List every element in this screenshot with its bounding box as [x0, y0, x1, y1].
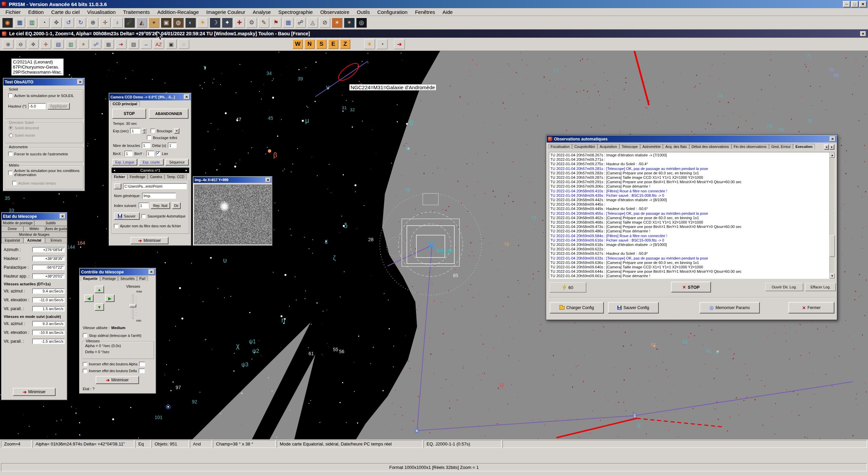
- state-tab-axes-de-guidage[interactable]: Axes de guidage: [45, 226, 67, 232]
- zoom-icon[interactable]: ⊕: [87, 18, 98, 28]
- speed-slider-thumb[interactable]: [130, 304, 136, 307]
- execution-log-box[interactable]: TU 2022-01-04 20h57m08.267s : Image d'it…: [549, 152, 835, 279]
- tabs-scroll-right-icon[interactable]: ►: [829, 144, 834, 150]
- spectro-icon[interactable]: ◐: [185, 18, 196, 28]
- east-button[interactable]: E: [328, 39, 338, 49]
- exposure-input[interactable]: 1: [130, 128, 140, 134]
- delay-input[interactable]: 1: [168, 142, 177, 148]
- guide-icon[interactable]: ✚: [234, 18, 245, 28]
- menu-item-spectrographie[interactable]: Spectrographie: [275, 9, 316, 15]
- flip-icon[interactable]: ⇔: [141, 39, 152, 49]
- exposure-countdown-button[interactable]: 60: [550, 282, 586, 292]
- menu-item-visualisation[interactable]: Visualisation: [84, 9, 119, 15]
- obs-tab-gest-erreur[interactable]: Gest. Erreur: [769, 144, 793, 149]
- circle-icon[interactable]: ◌: [178, 39, 189, 49]
- state-tab-mod-le-de-pointage[interactable]: Modèle de pointage: [1, 220, 34, 226]
- sun-icon[interactable]: ☀: [197, 18, 208, 28]
- lier-checkbox[interactable]: [156, 151, 160, 156]
- appliquer-button[interactable]: Appliquer: [47, 103, 70, 110]
- sequence-button[interactable]: Séquence: [165, 159, 189, 166]
- invert-delta-checkbox[interactable]: [83, 369, 87, 373]
- undo-icon[interactable]: ↺: [63, 18, 74, 28]
- close-icon[interactable]: ✕: [184, 94, 190, 99]
- hauteur-input[interactable]: -5.0: [28, 103, 46, 109]
- maximize-window-button[interactable]: □: [851, 1, 859, 7]
- obs-tab-focalisation[interactable]: Focalisation: [548, 144, 572, 149]
- state-tab-equatorial[interactable]: Equatorial: [1, 238, 23, 243]
- save-path-field[interactable]: C:\Users\Pa...ents\Prism\: [123, 183, 187, 189]
- menu-item-fen-tres[interactable]: Fenêtres: [412, 9, 438, 15]
- close-dialog-button[interactable]: ✕Fermer: [788, 302, 834, 314]
- flag-icon[interactable]: ⚑: [271, 18, 281, 28]
- obs-tab-d-but-des-observations[interactable]: Début des observations: [689, 144, 731, 149]
- focus-icon[interactable]: ◎: [356, 18, 367, 28]
- compass-icon[interactable]: ✥: [51, 18, 62, 28]
- invert-alpha-field[interactable]: [139, 362, 145, 366]
- filter-wheel-icon[interactable]: ◍: [173, 18, 184, 28]
- realtime-clock-button[interactable]: ◔: [377, 39, 388, 49]
- redo-icon[interactable]: ↻: [75, 18, 86, 28]
- south-button[interactable]: S: [316, 39, 327, 49]
- print-icon[interactable]: ▤: [53, 39, 64, 49]
- tab-fichier[interactable]: Fichier: [112, 174, 127, 179]
- menu-item-aide[interactable]: Aide: [439, 9, 456, 15]
- satellite-icon[interactable]: ✦: [222, 18, 233, 28]
- close-icon[interactable]: ✕: [77, 79, 83, 84]
- obs-tab-astrom-trie[interactable]: Astrométrie: [640, 144, 663, 149]
- menu-item-outils[interactable]: Outils: [353, 9, 373, 15]
- gear-icon[interactable]: ⚙: [246, 18, 257, 28]
- obs-tab-execution[interactable]: Execution: [793, 144, 815, 149]
- long-exposure-button[interactable]: Exp. Longue: [112, 159, 137, 166]
- tabs-scroll-left-icon[interactable]: ◄: [824, 144, 829, 150]
- menu-item-configuration[interactable]: Configuration: [374, 9, 411, 15]
- close-window-button[interactable]: ✕: [859, 1, 867, 7]
- zoom-out-icon[interactable]: ⊖: [15, 39, 26, 49]
- invert-alpha-checkbox[interactable]: [83, 362, 87, 366]
- nebula-photo-icon[interactable]: ✴: [344, 18, 355, 28]
- soleil-descend-radio[interactable]: [9, 126, 13, 130]
- dome-icon[interactable]: ◭: [136, 18, 147, 28]
- menu-item-edition[interactable]: Edition: [25, 9, 47, 15]
- pan-icon[interactable]: ✥: [28, 39, 39, 49]
- save-image-button[interactable]: Sauver: [114, 212, 140, 220]
- tab-temp-ccd[interactable]: Temp. CCD: [164, 174, 187, 179]
- bouclage-infini-checkbox[interactable]: [147, 135, 151, 140]
- exposure-spinner[interactable]: ▲▼: [142, 128, 146, 134]
- close-icon[interactable]: ✕: [265, 178, 271, 182]
- measure-icon[interactable]: ⊘: [319, 18, 330, 28]
- tab-fenetrage[interactable]: Fenêtrage: [127, 174, 148, 179]
- tab-raquette[interactable]: Raquette: [81, 276, 100, 281]
- sim-soleil-checkbox[interactable]: [8, 93, 13, 98]
- save-icon[interactable]: ▦: [14, 18, 25, 28]
- minimize-dialog-button[interactable]: ➔Minimiser: [131, 237, 169, 244]
- script-icon[interactable]: ✎: [258, 18, 269, 28]
- menu-item-traitements[interactable]: Traitements: [120, 9, 153, 15]
- open-log-dir-button[interactable]: Ouvrir Dir. Log.: [765, 283, 803, 291]
- clock-icon[interactable]: ◔: [39, 18, 50, 28]
- autosave-checkbox[interactable]: [141, 214, 146, 218]
- minimize-dialog-button[interactable]: ➔Minimiser: [96, 376, 139, 384]
- forcer-astrometrie-checkbox[interactable]: [8, 152, 13, 156]
- stop-observations-button[interactable]: ✕STOP: [671, 282, 711, 292]
- add-filter-name-checkbox[interactable]: [114, 224, 118, 228]
- slew-left-button[interactable]: ◀: [84, 294, 94, 302]
- rep-nuit-button[interactable]: Rep. Nuit: [151, 202, 170, 209]
- state-tab-moniteur-de-nuages[interactable]: Moniteur de Nuages: [1, 232, 67, 238]
- scroll-up-icon[interactable]: ▲: [830, 152, 835, 158]
- state-tab-dome[interactable]: Dome: [1, 226, 23, 232]
- menu-item-fichier[interactable]: Fichier: [2, 9, 24, 15]
- menu-item-carte-du-ciel[interactable]: Carte du ciel: [48, 9, 83, 15]
- stop-exposure-button[interactable]: STOP: [112, 109, 146, 119]
- next-index-input[interactable]: 1: [139, 203, 149, 209]
- slew-right-button[interactable]: ▶: [105, 294, 115, 302]
- soleil-monte-radio[interactable]: [9, 133, 13, 137]
- prev-camera-icon[interactable]: ◄: [113, 169, 116, 172]
- obs-tab-acquisition[interactable]: Acquisition: [597, 144, 619, 149]
- target-icon[interactable]: ✛: [40, 39, 51, 49]
- dir-button[interactable]: Dir: [172, 202, 181, 209]
- galaxy-photo-icon[interactable]: ✶: [332, 18, 342, 28]
- telescope-icon[interactable]: ⌖: [149, 18, 159, 28]
- crosshair-icon[interactable]: ✛: [100, 18, 111, 28]
- scroll-down-icon[interactable]: ▼: [830, 273, 835, 279]
- goto-icon[interactable]: ➔: [116, 39, 126, 49]
